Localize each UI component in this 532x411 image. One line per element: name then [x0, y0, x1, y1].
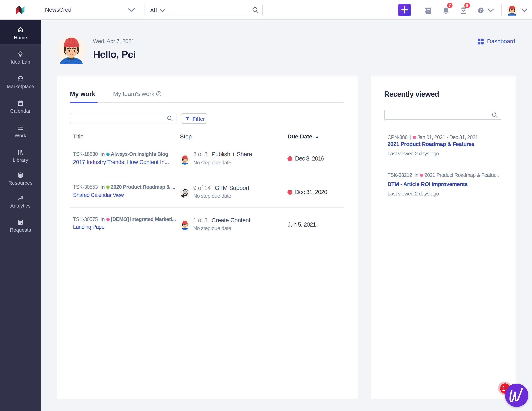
svg-text:?: ? [158, 92, 160, 96]
